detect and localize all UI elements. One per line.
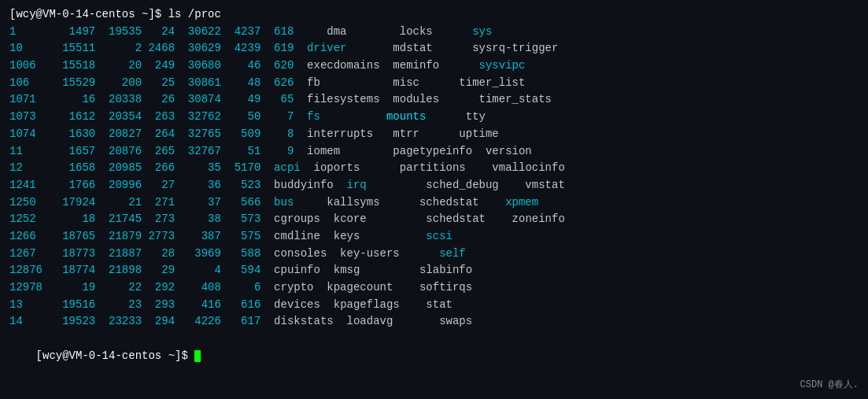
output-cell: 30680 [175, 59, 221, 72]
output-cell: 14 [9, 315, 42, 327]
output-cell: fs [294, 110, 320, 123]
output-cell: 1 [9, 25, 42, 38]
output-cell: 1241 [9, 179, 42, 191]
output-cell: 21 [95, 196, 142, 209]
output-cell: vmallocinfo [466, 161, 565, 174]
output-cell: 19516 [42, 298, 95, 311]
output-cell: 6 [221, 281, 260, 294]
output-row: 11 1657 20876 265 32767 51 9 iomem paget… [9, 143, 859, 161]
output-row: 1074 1630 20827 264 32765 509 8 interrup… [9, 126, 859, 143]
output-cell: loadavg [334, 315, 393, 327]
output-cell: 51 [221, 145, 260, 157]
output-cell: 32765 [175, 127, 221, 140]
output-cell: zoneinfo [486, 212, 565, 225]
output-cell: 1612 [42, 110, 95, 123]
output-cell: 18773 [42, 247, 95, 260]
output-cell: acpi [260, 161, 300, 174]
output-cell: 293 [142, 298, 175, 311]
output-cell: kpagecount [314, 281, 393, 294]
output-cell: 7 [260, 110, 294, 123]
output-cell: 9 [260, 145, 294, 157]
output-cell: 1252 [9, 212, 42, 225]
output-cell: 29 [142, 264, 175, 276]
output-cell: 11 [9, 145, 42, 157]
output-cell: 509 [221, 127, 260, 140]
output-cell: 19535 [95, 25, 142, 38]
output-cell: sys [433, 25, 493, 38]
output-cell: 20338 [95, 93, 142, 105]
output-cell: uptime [419, 127, 499, 140]
output-row: 12978 19 22 292 408 6 crypto kpagecount … [9, 279, 859, 297]
output-cell: 1630 [42, 127, 95, 140]
output-cell: 37 [175, 196, 221, 209]
output-row: 106 15529 200 25 30861 48 626 fb misc ti… [9, 75, 859, 92]
output-cell: interrupts [294, 127, 373, 140]
output-cell: 20 [95, 59, 142, 72]
output-cell: 16 [42, 93, 95, 105]
output-cell: kallsyms [294, 196, 379, 209]
output-cell: 49 [221, 93, 260, 105]
output-row: 12876 18774 21898 29 4 594 cpuinfo kmsg … [9, 262, 859, 279]
output-cell: schedstat [380, 196, 479, 209]
output-cell: dma [294, 25, 346, 38]
output-cell: 416 [175, 298, 221, 311]
output-cell: scsi [360, 230, 452, 242]
output-row: 10 15511 2 2468 30629 4239 619 driver md… [9, 40, 859, 57]
output-cell: mtrr [373, 127, 419, 140]
output-cell: 23 [95, 298, 142, 311]
output-cell: 408 [175, 281, 221, 294]
output-cell: 292 [142, 281, 175, 294]
output-cell: stat [400, 298, 452, 311]
output-cell: 1766 [42, 179, 95, 191]
output-cell: 387 [175, 230, 221, 242]
output-cell: kcore [320, 212, 367, 225]
output-cell: 46 [221, 59, 260, 72]
output-cell: 8 [260, 127, 294, 140]
output-cell: 21887 [95, 247, 142, 260]
output-cell: 626 [260, 76, 294, 89]
output-cell: 523 [221, 179, 260, 191]
output-cell: 1267 [9, 247, 42, 260]
output-cell: 15511 [42, 42, 95, 54]
output-cell: 1657 [42, 145, 95, 157]
output-cell: 12876 [9, 264, 42, 276]
output-cell: 1266 [9, 230, 42, 242]
output-cell: 21879 [95, 230, 142, 242]
output-cell: 1250 [9, 196, 42, 209]
output-cell: 32767 [175, 145, 221, 157]
output-cell: devices [260, 298, 320, 311]
output-cell: 18 [42, 212, 95, 225]
output-cell: 15518 [42, 59, 95, 72]
output-row: 1250 17924 21 271 37 566 bus kallsyms sc… [9, 194, 859, 212]
output-cell: 4 [175, 264, 221, 276]
output-cell: xpmem [479, 196, 539, 209]
output-row: 13 19516 23 293 416 616 devices kpagefla… [9, 297, 859, 314]
output-cell: sysrq-trigger [433, 42, 559, 54]
output-cell: 619 [260, 42, 294, 54]
output-cell: 271 [142, 196, 175, 209]
output-row: 14 19523 23233 294 4226 617 diskstats lo… [9, 313, 859, 331]
output-cell: vmstat [499, 179, 565, 191]
output-cell: 1006 [9, 59, 42, 72]
output-cell: slabinfo [360, 264, 472, 276]
output-cell: version [472, 145, 532, 157]
output-cell: 594 [221, 264, 260, 276]
output-cell: 575 [221, 230, 260, 242]
output-cell: cmdline [260, 230, 320, 242]
output-cell: 1658 [42, 161, 95, 174]
output-cell: 2 [95, 42, 142, 54]
output-cell: 4239 [221, 42, 260, 54]
output-cell: cgroups [260, 212, 320, 225]
output-cell: 26 [142, 93, 175, 105]
output-cell: 4226 [175, 315, 221, 327]
output-cell: 618 [260, 25, 294, 38]
output-cell: 200 [95, 76, 142, 89]
output-cell: 106 [9, 76, 42, 89]
output-cell: 18765 [42, 230, 95, 242]
output-cell: timer_stats [439, 93, 552, 105]
output-cell: 20985 [95, 161, 142, 174]
output-cell: 2468 [142, 42, 175, 54]
output-cell: 25 [142, 76, 175, 89]
output-cell: filesystems [294, 93, 379, 105]
output-cell: 22 [95, 281, 142, 294]
